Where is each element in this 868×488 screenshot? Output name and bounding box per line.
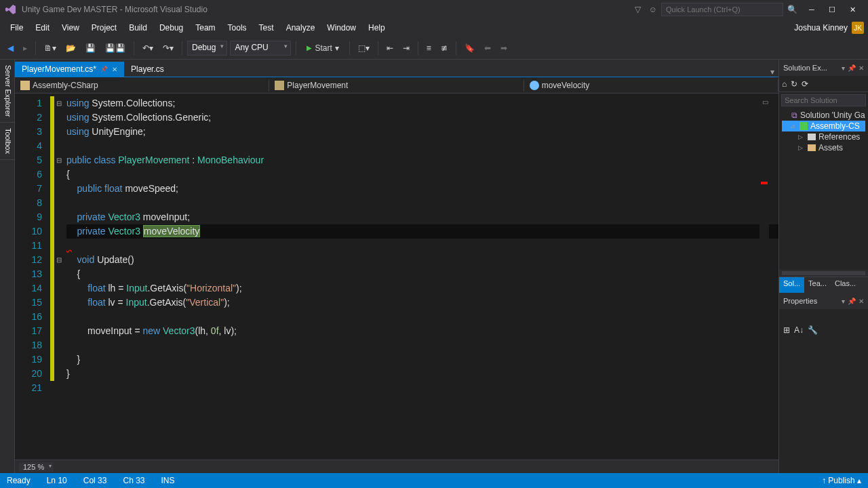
nav-back-button[interactable]: ◀ [4,41,17,55]
search-icon[interactable]: 🔍 [787,5,797,14]
alpha-button[interactable]: A↓ [794,325,804,335]
tree-node[interactable]: ▷References [782,131,865,142]
nav-forward-button[interactable]: ▸ [20,41,31,55]
line-numbers: 123456789101112131415161718192021 [15,94,50,460]
indent-less-button[interactable]: ⇤ [383,41,397,55]
pin-icon[interactable]: 📌 [848,64,856,72]
maximize-button[interactable]: ☐ [822,5,842,14]
minimize-button[interactable]: ─ [802,5,822,14]
menu-analyze[interactable]: Analyze [280,20,321,35]
open-file-button[interactable]: 📂 [62,41,79,55]
close-icon[interactable]: ✕ [859,298,864,305]
solution-tree[interactable]: ⧉Solution 'Unity Ga⊿Assembly-CS▷Referenc… [779,108,868,270]
menu-project[interactable]: Project [85,20,123,35]
prev-bookmark-button[interactable]: ⬅ [481,41,494,55]
nav-member[interactable]: moveVelocity [524,79,778,92]
menu-view[interactable]: View [56,20,85,35]
quick-launch-input[interactable] [661,3,783,16]
statusbar: Ready Ln 10 Col 33 Ch 33 INS ↑ Publish ▴ [0,473,868,488]
solution-explorer-bottom-tabs: Sol... Tea... Clas... [779,277,868,293]
solution-search [779,92,868,108]
menu-tools[interactable]: Tools [222,20,253,35]
uncomment-button[interactable]: ≢ [437,41,451,55]
pin-icon[interactable]: 📌 [848,298,856,305]
tab-label: Player.cs [131,64,164,74]
tab-class[interactable]: Clas... [831,277,860,293]
collapse-button[interactable]: ↻ [791,79,797,89]
status-ch: Ch 33 [123,476,144,485]
undo-button[interactable]: ↶▾ [139,41,157,55]
outlining-margin[interactable]: ⊟⊟⊟ [54,94,64,460]
nav-project[interactable]: Assembly-CSharp [15,79,269,92]
document-tabstrip: PlayerMovement.cs* 📌 ✕ Player.cs ▾ [15,60,778,77]
step-button[interactable]: ⬚▾ [355,41,373,55]
solution-search-input[interactable] [781,94,866,106]
code-text[interactable]: using System.Collections;using System.Co… [64,94,778,460]
menu-debug[interactable]: Debug [153,20,189,35]
close-icon[interactable]: ✕ [112,66,117,73]
solution-explorer-header: Solution Ex... ▾ 📌 ✕ [779,60,868,76]
comment-button[interactable]: ≡ [423,41,435,55]
menu-window[interactable]: Window [321,20,362,35]
tab-playermovement[interactable]: PlayerMovement.cs* 📌 ✕ [15,62,124,77]
vs-logo-icon [5,4,16,15]
publish-button[interactable]: ↑ Publish ▴ [822,476,861,485]
feedback-icon[interactable]: ☺ [649,5,657,14]
panel-menu-icon[interactable]: ▾ [842,64,845,72]
close-icon[interactable]: ✕ [859,64,864,72]
tree-node[interactable]: ▷Assets [782,142,865,153]
horizontal-scrollbar[interactable] [782,271,865,275]
tab-player[interactable]: Player.cs [124,62,171,77]
home-button[interactable]: ⌂ [782,79,787,89]
zoom-combo[interactable]: 125 % [19,462,54,472]
left-dock: Server Explorer Toolbox [0,60,15,473]
code-editor[interactable]: 123456789101112131415161718192021 ⊟⊟⊟ us… [15,94,778,460]
user-name[interactable]: Joshua Kinney [794,23,848,33]
save-all-button[interactable]: 💾💾 [102,41,129,55]
panel-menu-icon[interactable]: ▾ [842,298,845,305]
platform-combo[interactable]: Any CPU [230,41,291,56]
toolbox-tab[interactable]: Toolbox [0,123,14,160]
next-bookmark-button[interactable]: ➡ [497,41,511,55]
redo-button[interactable]: ↷▾ [159,41,177,55]
menu-team[interactable]: Team [189,20,221,35]
split-toggle-icon[interactable]: ▭ [761,95,769,103]
properties-header: Properties ▾ 📌 ✕ [779,293,868,309]
panel-title: Properties [783,297,839,305]
save-button[interactable]: 💾 [82,41,99,55]
categorize-button[interactable]: ⊞ [783,325,790,335]
notifications-icon[interactable]: ▽ [635,5,641,14]
toolbar: ◀ ▸ 🗎▾ 📂 💾 💾💾 ↶▾ ↷▾ Debug Any CPU ▶Start… [0,37,868,60]
pin-icon[interactable]: 📌 [100,66,108,73]
sync-button[interactable]: ⟳ [802,79,808,89]
status-ins: INS [161,476,175,485]
tab-overflow-button[interactable]: ▾ [766,67,778,77]
tab-solution[interactable]: Sol... [779,277,804,293]
menu-test[interactable]: Test [253,20,280,35]
close-button[interactable]: ✕ [842,5,863,14]
solution-explorer-toolbar: ⌂ ↻ ⟳ [779,76,868,92]
csharp-project-icon [20,81,30,90]
new-project-button[interactable]: 🗎▾ [41,41,60,55]
error-scrollbar[interactable]: ▭ [760,94,769,460]
field-icon [530,81,539,90]
error-marker[interactable] [761,182,768,184]
menu-edit[interactable]: Edit [29,20,56,35]
props-wrench-icon[interactable]: 🔧 [808,325,818,335]
nav-class[interactable]: PlayerMovement [269,79,524,92]
tree-node[interactable]: ⊿Assembly-CS [782,121,865,131]
bookmark-button[interactable]: 🔖 [461,41,478,55]
menu-help[interactable]: Help [362,20,391,35]
menu-build[interactable]: Build [123,20,153,35]
start-button[interactable]: ▶Start ▾ [301,42,344,54]
status-col: Col 33 [83,476,107,485]
config-combo[interactable]: Debug [187,41,227,56]
tab-team[interactable]: Tea... [804,277,831,293]
tree-node[interactable]: ⧉Solution 'Unity Ga [782,110,865,121]
user-avatar[interactable]: JK [852,22,864,34]
status-line: Ln 10 [47,476,67,485]
window-title: Unity Game Dev MASTER - Microsoft Visual… [22,5,208,14]
menu-file[interactable]: File [4,20,29,35]
indent-more-button[interactable]: ⇥ [399,41,413,55]
server-explorer-tab[interactable]: Server Explorer [0,60,14,123]
